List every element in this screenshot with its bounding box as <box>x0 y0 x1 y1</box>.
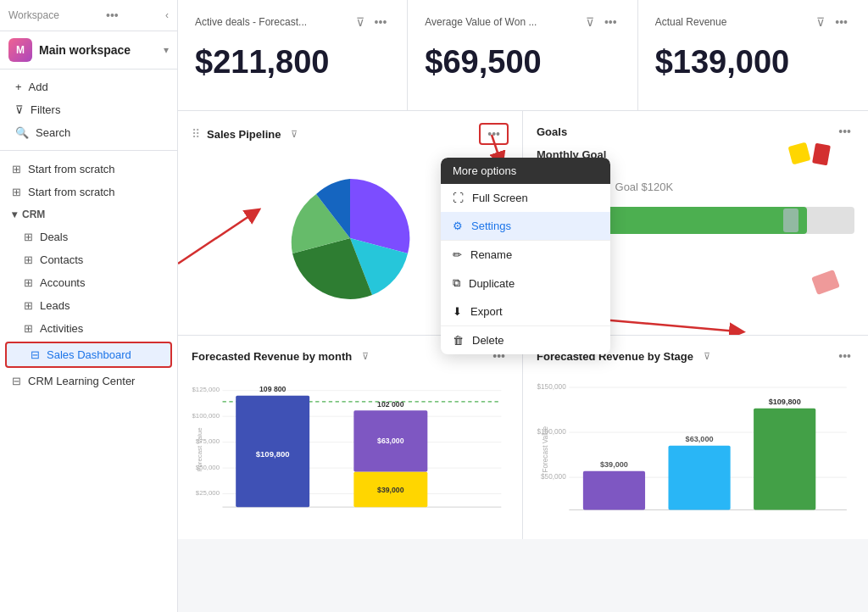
sidebar-item-activities[interactable]: ⊞ Activities <box>0 317 177 340</box>
goal-bar-marker <box>783 209 798 232</box>
kpi-row: Active deals - Forecast... ⊽ ••• $211,80… <box>178 0 868 111</box>
more-options-rename[interactable]: ✏ Rename <box>441 241 610 269</box>
leads-icon: ⊞ <box>24 299 33 312</box>
sidebar: Workspace ••• ‹ M Main workspace ▾ + Add… <box>0 0 178 612</box>
kpi-filter-button-1[interactable]: ⊽ <box>353 14 368 31</box>
chevron-down-icon: ▾ <box>164 44 169 56</box>
add-button[interactable]: + Add <box>8 76 169 97</box>
goals-title: Goals <box>537 125 567 138</box>
rename-icon: ✏ <box>453 248 462 261</box>
pipeline-title-group: ⠿ Sales Pipeline ⊽ <box>192 127 301 142</box>
goal-target-value: Goal $120K <box>615 181 674 193</box>
kpi-actions-2: ⊽ ••• <box>582 14 620 31</box>
settings-icon: ⚙ <box>453 220 463 232</box>
svg-text:$63,000: $63,000 <box>377 437 404 445</box>
forecast-stage-chart: $150,000 $100,000 $50,000 $39,000 $ <box>537 373 854 526</box>
delete-icon: 🗑 <box>453 334 464 347</box>
forecast-month-title: Forecasted Revenue by month <box>192 350 352 363</box>
workspace-label: Workspace <box>8 9 59 21</box>
svg-text:109 800: 109 800 <box>259 385 287 393</box>
kpi-more-button-3[interactable]: ••• <box>832 14 851 31</box>
forecast-month-chart: $125,000 $100,000 $75,000 $50,000 $25,00… <box>192 373 509 526</box>
forecast-month-filter-btn[interactable]: ⊽ <box>359 349 372 364</box>
sticker-1 <box>788 142 811 165</box>
forecast-stage-filter-btn[interactable]: ⊽ <box>700 349 714 364</box>
bar-charts-row: Forecasted Revenue by month ⊽ ••• $125,0… <box>178 336 868 539</box>
activities-icon: ⊞ <box>24 322 33 335</box>
sidebar-nav: ⊞ Start from scratch ⊞ Start from scratc… <box>0 151 177 612</box>
dashboard-icon: ⊟ <box>31 348 40 361</box>
kpi-more-button-2[interactable]: ••• <box>601 14 620 31</box>
kpi-filter-button-3[interactable]: ⊽ <box>813 14 828 31</box>
workspace-name: Main workspace <box>39 43 157 57</box>
sidebar-item-sales-dashboard[interactable]: ⊟ Sales Dashboard <box>5 342 172 368</box>
stage-bar-3 <box>754 409 815 510</box>
more-options-header: More options <box>441 158 610 184</box>
svg-text:$63,000: $63,000 <box>686 435 714 443</box>
kpi-value-3: $139,000 <box>655 44 851 81</box>
svg-text:$109,800: $109,800 <box>256 449 290 459</box>
workspace-avatar: M <box>8 38 32 62</box>
learning-icon: ⊟ <box>12 375 21 387</box>
kpi-actions-3: ⊽ ••• <box>813 14 851 31</box>
crm-section[interactable]: ▾ CRM <box>0 203 177 225</box>
svg-text:$50,000: $50,000 <box>541 473 566 481</box>
sticker-3 <box>811 270 840 295</box>
collapse-icon[interactable]: ‹ <box>165 9 169 21</box>
forecast-stage-more-btn[interactable]: ••• <box>835 348 854 364</box>
sidebar-actions: + Add ⊽ Filters 🔍 Search <box>0 70 177 151</box>
search-icon: 🔍 <box>15 126 29 139</box>
kpi-card-actual-revenue: Actual Revenue ⊽ ••• $139,000 <box>638 0 868 110</box>
caret-icon: ▾ <box>12 209 17 220</box>
stage-bar-1 <box>583 471 645 510</box>
export-icon: ⬇ <box>453 305 462 318</box>
sidebar-item-leads[interactable]: ⊞ Leads <box>0 294 177 317</box>
more-options-fullscreen[interactable]: ⛶ Full Screen <box>441 184 610 212</box>
pipeline-filter-btn[interactable]: ⊽ <box>287 127 301 142</box>
kpi-title-1: Active deals - Forecast... <box>195 16 307 28</box>
svg-text:$109,800: $109,800 <box>769 398 801 406</box>
forecast-stage-svg: $150,000 $100,000 $50,000 $39,000 $ <box>537 373 854 530</box>
charts-row: ⠿ Sales Pipeline ⊽ ••• <box>178 111 868 336</box>
sticker-2 <box>812 143 831 166</box>
stickers <box>790 144 829 164</box>
pipeline-header: ⠿ Sales Pipeline ⊽ ••• <box>192 123 509 145</box>
svg-text:Forecast Value: Forecast Value <box>542 426 549 472</box>
main-content: Active deals - Forecast... ⊽ ••• $211,80… <box>178 0 868 612</box>
more-options-delete[interactable]: 🗑 Delete <box>441 326 610 354</box>
sidebar-top-bar: Workspace ••• ‹ <box>0 0 177 31</box>
drag-icon: ⠿ <box>192 127 200 141</box>
sidebar-more-button[interactable]: ••• <box>103 7 122 24</box>
kpi-more-button-1[interactable]: ••• <box>371 14 391 31</box>
workspace-selector[interactable]: M Main workspace ▾ <box>0 31 177 70</box>
pipeline-more-button[interactable]: ••• <box>479 123 509 145</box>
kpi-title-2: Average Value of Won ... <box>425 16 537 28</box>
sidebar-item-deals[interactable]: ⊞ Deals <box>0 225 177 248</box>
more-options-settings[interactable]: ⚙ Settings <box>441 212 610 241</box>
fullscreen-icon: ⛶ <box>453 192 464 204</box>
accounts-icon: ⊞ <box>24 276 33 289</box>
forecasted-revenue-stage-card: Forecasted Revenue by Stage ⊽ ••• $150,0… <box>523 336 868 539</box>
forecasted-revenue-month-card: Forecasted Revenue by month ⊽ ••• $125,0… <box>178 336 523 539</box>
svg-text:$125,000: $125,000 <box>192 386 220 393</box>
kpi-card-avg-value: Average Value of Won ... ⊽ ••• $69,500 <box>408 0 637 110</box>
filter-icon: ⊽ <box>15 103 24 116</box>
goals-more-button[interactable]: ••• <box>835 123 854 140</box>
search-button[interactable]: 🔍 Search <box>8 122 169 143</box>
contacts-icon: ⊞ <box>24 253 33 266</box>
sidebar-item-start-scratch-2[interactable]: ⊞ Start from scratch <box>0 181 177 203</box>
kpi-header-3: Actual Revenue ⊽ ••• <box>655 14 851 31</box>
svg-text:$39,000: $39,000 <box>600 460 628 469</box>
more-options-duplicate[interactable]: ⧉ Duplicate <box>441 269 610 298</box>
filters-button[interactable]: ⊽ Filters <box>8 99 169 120</box>
more-options-export[interactable]: ⬇ Export <box>441 298 610 326</box>
kpi-filter-button-2[interactable]: ⊽ <box>582 14 598 31</box>
kpi-value-1: $211,800 <box>195 44 390 81</box>
sidebar-item-accounts[interactable]: ⊞ Accounts <box>0 271 177 294</box>
sidebar-item-start-scratch-1[interactable]: ⊞ Start from scratch <box>0 158 177 181</box>
sidebar-item-crm-learning[interactable]: ⊟ CRM Learning Center <box>0 370 177 392</box>
sidebar-item-contacts[interactable]: ⊞ Contacts <box>0 248 177 271</box>
pipeline-title: Sales Pipeline <box>207 128 281 141</box>
kpi-card-active-deals: Active deals - Forecast... ⊽ ••• $211,80… <box>178 0 408 110</box>
stage-bar-2 <box>668 446 730 510</box>
